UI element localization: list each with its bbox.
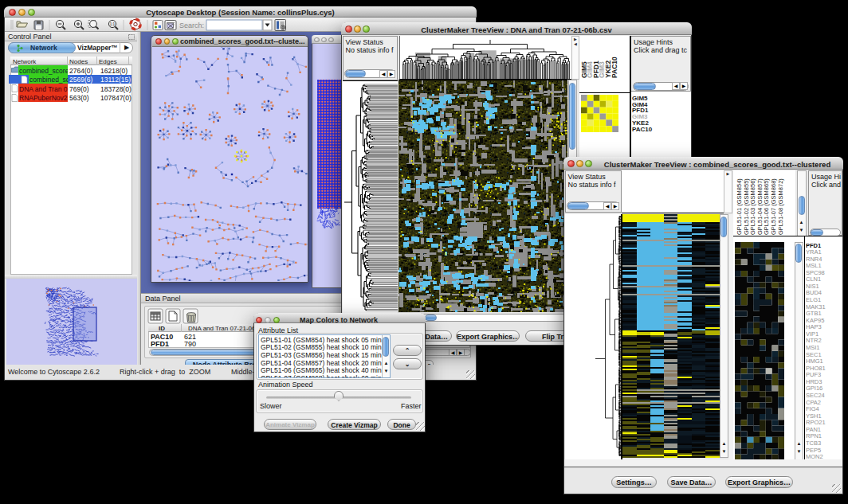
svg-text:Search:: Search: — [179, 21, 204, 29]
